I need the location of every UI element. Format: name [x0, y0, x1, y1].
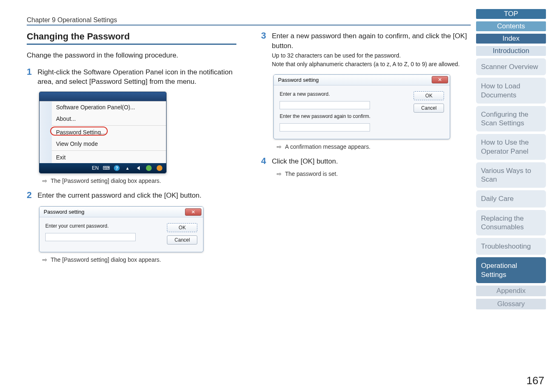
section-underline: [27, 44, 236, 45]
left-column: Changing the Password Change the passwor…: [27, 31, 236, 263]
ok-button[interactable]: OK: [167, 223, 197, 232]
result-arrow-icon: ⇨: [42, 256, 47, 263]
window-titlebar: [39, 92, 166, 101]
step-result: The [Password setting] dialog box appear…: [51, 256, 161, 263]
menu-item-password-setting[interactable]: Password Setting...: [52, 127, 166, 138]
step-result: The [Password setting] dialog box appear…: [51, 178, 161, 184]
intro-text: Change the password in the following pro…: [27, 51, 236, 61]
sidebar-introduction[interactable]: Introduction: [476, 46, 546, 56]
step-2: 2 Enter the current password and click t…: [27, 191, 236, 263]
dialog-label: Enter your current password.: [45, 223, 160, 229]
sidebar-top[interactable]: TOP: [476, 9, 546, 19]
dialog-label: Enter the new password again to confirm.: [280, 113, 406, 119]
result-arrow-icon: ⇨: [277, 171, 282, 177]
sidebar-item-daily-care[interactable]: Daily Care: [476, 190, 546, 207]
ok-button[interactable]: OK: [414, 91, 444, 100]
step-number: 1: [27, 67, 32, 184]
menu-item-label: Password Setting...: [56, 129, 106, 136]
chevron-up-icon: ▴: [124, 165, 131, 171]
help-icon: ?: [113, 165, 120, 171]
step-result: A confirmation message appears.: [285, 143, 370, 150]
close-icon[interactable]: ✕: [185, 208, 201, 216]
result-arrow-icon: ⇨: [277, 143, 282, 150]
step-number: 3: [261, 31, 266, 150]
sidebar-item-consumables[interactable]: Replacing the Consumables: [476, 210, 546, 236]
menu-separator: [52, 125, 166, 126]
step-text: Enter the current password and click the…: [37, 191, 236, 201]
dialog-title: Password setting: [44, 209, 84, 215]
menu-item-sop[interactable]: Software Operation Panel(O)...: [52, 101, 166, 113]
status-icon: [146, 165, 152, 171]
menu-item-exit[interactable]: Exit: [52, 152, 166, 163]
page-number: 167: [527, 374, 544, 387]
confirm-password-input[interactable]: [280, 123, 370, 131]
context-menu-figure: Software Operation Panel(O)... About... …: [39, 92, 166, 173]
chapter-header: Chapter 9 Operational Settings: [27, 16, 471, 24]
step-text: Right-click the Software Operation Panel…: [37, 67, 236, 87]
password-dialog-new: Password setting ✕ Enter a new password.…: [273, 74, 450, 139]
back-icon: [135, 165, 141, 171]
step-result: The password is set.: [285, 171, 338, 177]
password-dialog-current: Password setting ✕ Enter your current pa…: [39, 206, 204, 252]
menu-item-about[interactable]: About...: [52, 113, 166, 125]
sidebar-index[interactable]: Index: [476, 34, 546, 44]
notification-area: EN ⌨ ? ▴: [39, 163, 166, 173]
info-icon: [156, 165, 163, 171]
result-arrow-icon: ⇨: [42, 178, 47, 184]
sidebar-item-operational-settings[interactable]: Operational Settings: [476, 257, 546, 283]
step-note: Up to 32 characters can be used for the …: [272, 52, 471, 60]
sidebar-item-scanner-overview[interactable]: Scanner Overview: [476, 58, 546, 75]
menu-item-view-only[interactable]: View Only mode: [52, 138, 166, 150]
step-1: 1 Right-click the Software Operation Pan…: [27, 67, 236, 184]
keyboard-icon: ⌨: [103, 165, 109, 171]
dialog-label: Enter a new password.: [280, 91, 406, 97]
dialog-title: Password setting: [278, 77, 319, 83]
cancel-button[interactable]: Cancel: [414, 104, 444, 113]
step-text: Click the [OK] button.: [272, 157, 471, 166]
new-password-input[interactable]: [280, 101, 370, 109]
section-title: Changing the Password: [27, 31, 236, 42]
sidebar-item-scan-settings[interactable]: Configuring the Scan Settings: [476, 106, 546, 132]
language-indicator: EN: [92, 165, 99, 171]
right-column: 3 Enter a new password then again to con…: [261, 31, 471, 263]
chapter-rule: [27, 25, 471, 25]
sidebar-nav: TOP Contents Index Introduction Scanner …: [476, 9, 546, 309]
cancel-button[interactable]: Cancel: [167, 235, 197, 244]
sidebar-glossary[interactable]: Glossary: [476, 299, 546, 309]
sidebar-item-load-documents[interactable]: How to Load Documents: [476, 78, 546, 104]
step-number: 2: [27, 191, 32, 263]
step-text: Enter a new password then again to confi…: [272, 31, 471, 51]
current-password-input[interactable]: [45, 233, 136, 241]
step-4: 4 Click the [OK] button. ⇨ The password …: [261, 157, 471, 177]
sidebar-appendix[interactable]: Appendix: [476, 286, 546, 296]
close-icon[interactable]: ✕: [432, 76, 448, 83]
menu-gutter: [39, 101, 52, 163]
step-3: 3 Enter a new password then again to con…: [261, 31, 471, 150]
menu-separator: [52, 150, 166, 151]
step-number: 4: [261, 157, 266, 177]
page-content: Chapter 9 Operational Settings Changing …: [27, 16, 471, 263]
sidebar-item-operator-panel[interactable]: How to Use the Operator Panel: [476, 134, 546, 160]
sidebar-contents[interactable]: Contents: [476, 21, 546, 31]
sidebar-item-various-ways[interactable]: Various Ways to Scan: [476, 162, 546, 188]
step-note: Note that only alphanumeric characters (…: [272, 60, 471, 69]
sidebar-item-troubleshooting[interactable]: Troubleshooting: [476, 238, 546, 255]
